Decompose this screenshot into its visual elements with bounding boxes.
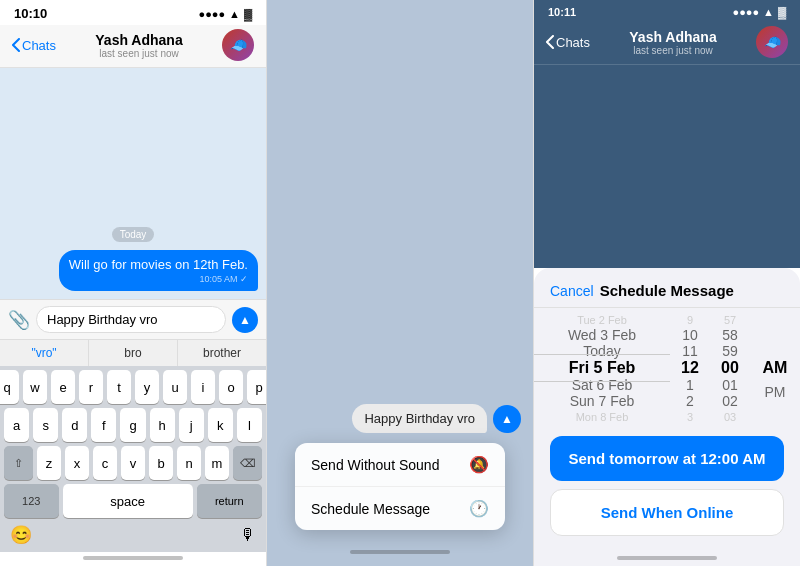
picker-date-1: Wed 3 Feb [534, 327, 670, 343]
key-a[interactable]: a [4, 408, 29, 442]
mic-key[interactable]: 🎙 [133, 526, 256, 544]
mute-icon: 🔕 [469, 455, 489, 474]
message-time-1: 10:05 AM ✓ [69, 274, 248, 284]
key-w[interactable]: w [23, 370, 47, 404]
key-j[interactable]: j [179, 408, 204, 442]
picker-min-3: 00 [710, 359, 750, 377]
status-icons-1: ●●●● ▲ ▓ [199, 8, 253, 20]
nav-bar-3: Chats Yash Adhana last seen just now 🧢 [534, 22, 800, 65]
signal-icon: ●●●● [199, 8, 226, 20]
key-s[interactable]: s [33, 408, 58, 442]
picker-date-4: Sat 6 Feb [534, 377, 670, 393]
picker-am: AM [750, 356, 800, 380]
key-r[interactable]: r [79, 370, 103, 404]
contact-name-3: Yash Adhana [590, 29, 756, 45]
key-g[interactable]: g [120, 408, 145, 442]
wifi-icon-3: ▲ [763, 6, 774, 18]
contact-info-3: Yash Adhana last seen just now [590, 29, 756, 56]
key-x[interactable]: x [65, 446, 89, 480]
panel-3-schedule: 10:11 ●●●● ▲ ▓ Chats Yash Adhana last se… [534, 0, 800, 566]
key-q[interactable]: q [0, 370, 19, 404]
picker-min-0: 57 [710, 312, 750, 327]
battery-icon: ▓ [244, 8, 252, 20]
picker-min-col[interactable]: 57 58 59 00 01 02 03 [710, 312, 750, 424]
sheet-header: Cancel Schedule Message [534, 268, 800, 308]
home-bar-3 [617, 556, 717, 560]
keyboard-1: q w e r t y u i o p a s d f g h j k l ⇧ … [0, 366, 266, 552]
date-label-1: Today [112, 227, 155, 242]
cancel-button[interactable]: Cancel [550, 283, 594, 299]
context-menu-label-0: Send Without Sound [311, 457, 439, 473]
key-i[interactable]: i [191, 370, 215, 404]
key-space[interactable]: space [63, 484, 193, 518]
key-u[interactable]: u [163, 370, 187, 404]
picker-hour-6: 3 [670, 409, 710, 424]
key-f[interactable]: f [91, 408, 116, 442]
send-when-online-button[interactable]: Send When Online [550, 489, 784, 536]
contact-avatar-1: 🧢 [222, 29, 254, 61]
picker-ampm-col[interactable]: AM PM [750, 312, 800, 424]
context-send-btn[interactable]: ▲ [493, 405, 521, 433]
key-o[interactable]: o [219, 370, 243, 404]
context-menu-item-send-without-sound[interactable]: Send Without Sound 🔕 [295, 443, 505, 487]
context-menu-label-1: Schedule Message [311, 501, 430, 517]
sheet-title: Schedule Message [600, 282, 734, 299]
schedule-sheet: Cancel Schedule Message Tue 2 Feb Wed 3 … [534, 268, 800, 552]
key-e[interactable]: e [51, 370, 75, 404]
panel-2-context-menu: Happy Birthday vro ▲ Send Without Sound … [267, 0, 534, 566]
status-icons-3: ●●●● ▲ ▓ [733, 6, 787, 18]
autocomplete-item-1[interactable]: bro [89, 340, 178, 366]
keyboard-row-1: q w e r t y u i o p [4, 370, 262, 404]
picker-min-4: 01 [710, 377, 750, 393]
key-y[interactable]: y [135, 370, 159, 404]
attach-icon-1[interactable]: 📎 [8, 309, 30, 331]
key-return[interactable]: return [197, 484, 262, 518]
status-time-3: 10:11 [548, 6, 576, 18]
picker-min-5: 02 [710, 393, 750, 409]
keyboard-row-3: ⇧ z x c v b n m ⌫ [4, 446, 262, 480]
send-tomorrow-button[interactable]: Send tomorrow at 12:00 AM [550, 436, 784, 481]
message-input-1[interactable]: Happy Birthday vro [36, 306, 226, 333]
key-v[interactable]: v [121, 446, 145, 480]
key-123[interactable]: 123 [4, 484, 59, 518]
status-time-1: 10:10 [14, 6, 47, 21]
key-delete[interactable]: ⌫ [233, 446, 262, 480]
picker-hour-2: 11 [670, 343, 710, 359]
key-c[interactable]: c [93, 446, 117, 480]
nav-bar-1: Chats Yash Adhana last seen just now 🧢 [0, 25, 266, 68]
picker-date-3: Fri 5 Feb [534, 359, 670, 377]
key-z[interactable]: z [37, 446, 61, 480]
key-shift[interactable]: ⇧ [4, 446, 33, 480]
context-menu-item-schedule[interactable]: Schedule Message 🕐 [295, 487, 505, 530]
key-m[interactable]: m [205, 446, 229, 480]
autocomplete-item-2[interactable]: brother [178, 340, 266, 366]
key-d[interactable]: d [62, 408, 87, 442]
date-time-picker[interactable]: Tue 2 Feb Wed 3 Feb Today Fri 5 Feb Sat … [534, 308, 800, 428]
key-b[interactable]: b [149, 446, 173, 480]
battery-icon-3: ▓ [778, 6, 786, 18]
date-pill-1: Today [8, 224, 258, 242]
wifi-icon: ▲ [229, 8, 240, 20]
home-indicator-3 [534, 552, 800, 566]
back-button-1[interactable]: Chats [12, 38, 56, 53]
back-button-3[interactable]: Chats [546, 35, 590, 50]
key-p[interactable]: p [247, 370, 267, 404]
emoji-key[interactable]: 😊 [10, 524, 133, 546]
picker-hour-col[interactable]: 9 10 11 12 1 2 3 [670, 312, 710, 424]
autocomplete-item-0[interactable]: "vro" [0, 340, 89, 366]
send-button-1[interactable]: ▲ [232, 307, 258, 333]
contact-status-3: last seen just now [590, 45, 756, 56]
key-n[interactable]: n [177, 446, 201, 480]
picker-date-0: Tue 2 Feb [534, 312, 670, 327]
key-t[interactable]: t [107, 370, 131, 404]
home-bar-1 [83, 556, 183, 560]
key-l[interactable]: l [237, 408, 262, 442]
picker-date-2: Today [534, 343, 670, 359]
input-bar-1: 📎 Happy Birthday vro ▲ [0, 299, 266, 339]
picker-date-col[interactable]: Tue 2 Feb Wed 3 Feb Today Fri 5 Feb Sat … [534, 312, 670, 424]
key-k[interactable]: k [208, 408, 233, 442]
keyboard-row-4: 123 space return [4, 484, 262, 518]
sheet-buttons: Send tomorrow at 12:00 AM Send When Onli… [534, 428, 800, 540]
panel2-chat-area: Happy Birthday vro ▲ Send Without Sound … [267, 0, 533, 542]
key-h[interactable]: h [150, 408, 175, 442]
